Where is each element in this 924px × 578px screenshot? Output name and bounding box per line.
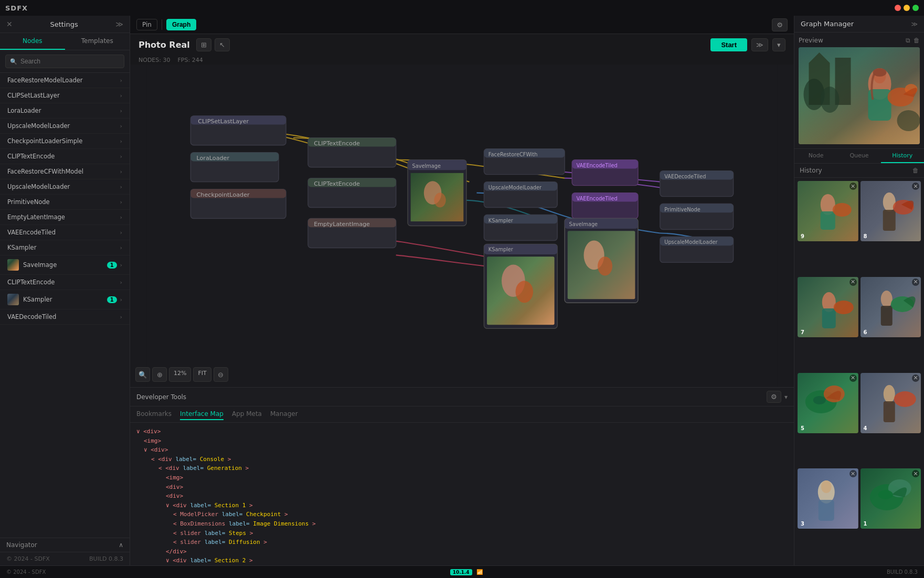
developer-tools: Developer Tools ⚙ ▾ Bookmarks Interface … xyxy=(130,387,794,565)
list-item[interactable]: EmptyLatentImage › xyxy=(0,210,130,225)
tab-interface-map[interactable]: Interface Map xyxy=(180,409,224,420)
sidebar-close-icon[interactable]: ✕ xyxy=(6,20,13,28)
tab-manager[interactable]: Manager xyxy=(270,409,298,420)
tab-history[interactable]: History xyxy=(881,149,924,163)
history-panel: Node Queue History History 🗑 xyxy=(794,149,924,565)
pin-tab[interactable]: Pin xyxy=(136,19,157,30)
history-grid: 9 ✕ 8 ✕ xyxy=(794,178,924,565)
devtools-settings-button[interactable]: ⚙ xyxy=(767,391,781,403)
history-item[interactable]: 3 ✕ xyxy=(798,468,858,529)
zoom-fit-button[interactable]: FIT xyxy=(193,367,211,382)
tab-templates[interactable]: Templates xyxy=(65,33,130,50)
top-bar: SDFX xyxy=(0,0,924,16)
start-button[interactable]: Start xyxy=(710,38,747,51)
list-item[interactable]: CLIPTextEncode › xyxy=(0,149,130,164)
chevron-right-icon: › xyxy=(120,244,122,251)
chevron-right-icon: › xyxy=(120,153,122,160)
list-item-saveimage[interactable]: SaveImage 1 › xyxy=(0,255,130,275)
history-item[interactable]: 8 ✕ xyxy=(861,181,921,241)
history-item[interactable]: 1 ✕ xyxy=(861,468,921,529)
toolbar: Pin Graph ⚙ xyxy=(130,16,794,34)
traffic-light-yellow[interactable] xyxy=(904,5,910,11)
chevron-right-icon: › xyxy=(120,138,122,145)
chevron-right-icon: › xyxy=(120,184,122,190)
zoom-out-button[interactable]: ⊖ xyxy=(214,367,228,382)
tab-bookmarks[interactable]: Bookmarks xyxy=(136,409,172,420)
center-area: Pin Graph ⚙ Photo Real ⊞ ↖ Start ≫ ▾ xyxy=(130,16,794,565)
history-item-close-icon[interactable]: ✕ xyxy=(912,279,919,286)
traffic-light-red[interactable] xyxy=(895,5,901,11)
zoom-in-button[interactable]: ⊕ xyxy=(152,367,167,382)
history-item-close-icon[interactable]: ✕ xyxy=(849,374,857,382)
list-item[interactable]: VAEEncodeTiled › xyxy=(0,225,130,240)
list-item[interactable]: CheckpointLoaderSimple › xyxy=(0,134,130,149)
tab-queue[interactable]: Queue xyxy=(837,149,880,163)
settings-icon-btn[interactable]: ⚙ xyxy=(772,18,788,31)
bottom-bar: © 2024 - SDFX 10.1.4 📶 BUILD 0.8.3 xyxy=(0,565,924,578)
preview-copy-icon[interactable]: ⧉ xyxy=(906,37,910,44)
list-item[interactable]: FaceRestoreCFWithModel › xyxy=(0,164,130,179)
tab-node[interactable]: Node xyxy=(794,149,837,163)
preview-trash-icon[interactable]: 🗑 xyxy=(914,37,920,44)
svg-point-40 xyxy=(516,281,534,303)
chevron-right-icon: › xyxy=(120,279,122,286)
history-trash-icon[interactable]: 🗑 xyxy=(912,167,919,174)
node-thumbnail xyxy=(7,294,19,305)
svg-rect-86 xyxy=(822,308,836,328)
history-item-number: 3 xyxy=(801,521,804,527)
svg-point-89 xyxy=(880,291,892,307)
svg-point-97 xyxy=(883,385,895,403)
history-item[interactable]: 5 ✕ xyxy=(798,373,858,433)
list-item[interactable]: LoraLoader › xyxy=(0,103,130,119)
history-item[interactable]: 9 ✕ xyxy=(798,181,858,241)
history-item-close-icon[interactable]: ✕ xyxy=(912,183,919,190)
history-item[interactable]: 4 ✕ xyxy=(861,373,921,433)
toolbar-separator xyxy=(162,19,162,30)
graph-title: Photo Real xyxy=(139,40,190,50)
list-item[interactable]: UpscaleModelLoader › xyxy=(0,119,130,134)
right-panel-expand-icon[interactable]: ≫ xyxy=(911,20,918,28)
tab-app-meta[interactable]: App Meta xyxy=(232,409,262,420)
navigator-collapse-icon[interactable]: ∧ xyxy=(119,541,123,549)
svg-point-72 xyxy=(873,68,887,77)
list-item-ksampler[interactable]: KSampler 1 › xyxy=(0,290,130,309)
list-item[interactable]: PrimitiveNode › xyxy=(0,195,130,210)
copyright-footer: © 2024 - SDFX xyxy=(6,569,46,575)
history-item[interactable]: 6 ✕ xyxy=(861,277,921,337)
svg-point-102 xyxy=(821,480,832,493)
list-item[interactable]: UpscaleModelLoader › xyxy=(0,179,130,195)
graph-tab[interactable]: Graph xyxy=(166,19,196,30)
search-input[interactable] xyxy=(20,58,120,65)
node-list: FaceRestoreModelLoader › CLIPSetLastLaye… xyxy=(0,73,130,538)
devtools-collapse-icon[interactable]: ▾ xyxy=(784,393,788,401)
history-item-close-icon[interactable]: ✕ xyxy=(849,279,857,286)
expand-button[interactable]: ▾ xyxy=(772,38,785,51)
history-item-close-icon[interactable]: ✕ xyxy=(912,374,919,382)
search-container: 🔍 xyxy=(0,50,130,73)
history-item[interactable]: 7 ✕ xyxy=(798,277,858,337)
list-item[interactable]: CLIPSetLastLayer › xyxy=(0,88,130,103)
version-badge: 10.1.4 xyxy=(450,569,472,575)
fit-view-button[interactable]: ⊞ xyxy=(196,38,211,51)
forward-button[interactable]: ≫ xyxy=(751,38,768,51)
svg-point-95 xyxy=(813,396,826,404)
list-item[interactable]: KSampler › xyxy=(0,240,130,255)
graph-stats: NODES: 30 FPS: 244 xyxy=(130,56,794,65)
chevron-right-icon: › xyxy=(120,168,122,175)
sidebar-header: ✕ Settings ≫ xyxy=(0,16,130,33)
search-graph-button[interactable]: 🔍 xyxy=(135,367,150,382)
list-item[interactable]: VAEDecodeTiled › xyxy=(0,309,130,325)
node-thumbnail xyxy=(7,259,19,271)
list-item[interactable]: FaceRestoreModelLoader › xyxy=(0,73,130,88)
history-item-number: 1 xyxy=(864,521,867,527)
tab-nodes[interactable]: Nodes xyxy=(0,33,65,50)
history-item-close-icon[interactable]: ✕ xyxy=(849,183,857,190)
sidebar-expand-icon[interactable]: ≫ xyxy=(115,20,123,28)
history-item-close-icon[interactable]: ✕ xyxy=(849,470,857,477)
traffic-light-green[interactable] xyxy=(912,5,919,11)
svg-point-79 xyxy=(833,203,852,217)
list-item[interactable]: CLIPTextEncode › xyxy=(0,275,130,290)
history-item-number: 6 xyxy=(864,329,867,335)
canvas-container[interactable]: CLIPSetLastLayer LoraLoader CheckpointLo… xyxy=(130,65,794,387)
cursor-button[interactable]: ↖ xyxy=(215,38,230,51)
